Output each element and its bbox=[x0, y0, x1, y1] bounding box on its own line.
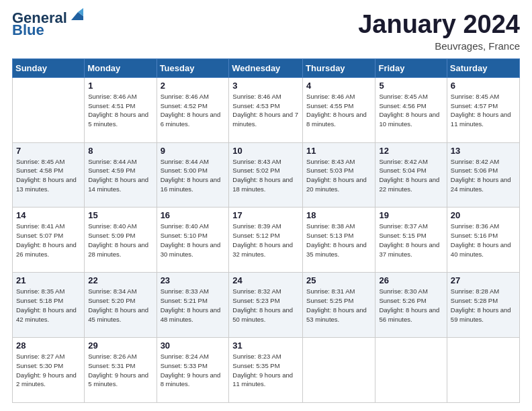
day-number: 3 bbox=[232, 81, 299, 91]
logo-blue: Blue bbox=[12, 23, 44, 38]
day-number: 28 bbox=[16, 340, 81, 351]
month-title: January 2024 bbox=[358, 11, 520, 39]
table-row: 1Sunrise: 8:46 AM Sunset: 4:51 PM Daylig… bbox=[85, 77, 157, 142]
table-row: 3Sunrise: 8:46 AM Sunset: 4:53 PM Daylig… bbox=[229, 77, 303, 142]
table-row: 16Sunrise: 8:40 AM Sunset: 5:10 PM Dayli… bbox=[157, 208, 229, 273]
day-number: 2 bbox=[161, 81, 226, 91]
day-number: 7 bbox=[16, 146, 81, 156]
header-saturday: Saturday bbox=[447, 58, 519, 77]
table-row: 5Sunrise: 8:45 AM Sunset: 4:56 PM Daylig… bbox=[375, 77, 447, 142]
day-info: Sunrise: 8:39 AM Sunset: 5:12 PM Dayligh… bbox=[232, 222, 299, 259]
day-number: 21 bbox=[16, 275, 81, 285]
day-info: Sunrise: 8:44 AM Sunset: 4:59 PM Dayligh… bbox=[88, 157, 152, 194]
day-info: Sunrise: 8:28 AM Sunset: 5:28 PM Dayligh… bbox=[451, 287, 516, 324]
day-info: Sunrise: 8:43 AM Sunset: 5:02 PM Dayligh… bbox=[232, 157, 299, 194]
day-info: Sunrise: 8:42 AM Sunset: 5:04 PM Dayligh… bbox=[379, 157, 443, 194]
table-row: 9Sunrise: 8:44 AM Sunset: 5:00 PM Daylig… bbox=[157, 142, 229, 208]
table-row: 10Sunrise: 8:43 AM Sunset: 5:02 PM Dayli… bbox=[229, 142, 303, 208]
day-info: Sunrise: 8:45 AM Sunset: 4:56 PM Dayligh… bbox=[379, 92, 443, 129]
day-info: Sunrise: 8:45 AM Sunset: 4:57 PM Dayligh… bbox=[451, 92, 516, 129]
day-number: 16 bbox=[161, 210, 226, 220]
day-number: 25 bbox=[306, 275, 371, 285]
table-row: 31Sunrise: 8:23 AM Sunset: 5:35 PM Dayli… bbox=[229, 338, 303, 403]
header-thursday: Thursday bbox=[303, 58, 375, 77]
day-number: 22 bbox=[88, 275, 152, 285]
header-sunday: Sunday bbox=[13, 58, 85, 77]
table-row bbox=[13, 77, 85, 142]
day-info: Sunrise: 8:33 AM Sunset: 5:21 PM Dayligh… bbox=[161, 287, 226, 324]
table-row: 22Sunrise: 8:34 AM Sunset: 5:20 PM Dayli… bbox=[85, 273, 157, 338]
day-number: 18 bbox=[306, 210, 371, 220]
day-number: 1 bbox=[88, 81, 152, 91]
calendar-table: Sunday Monday Tuesday Wednesday Thursday… bbox=[12, 58, 520, 403]
day-info: Sunrise: 8:40 AM Sunset: 5:09 PM Dayligh… bbox=[88, 222, 152, 259]
table-row: 11Sunrise: 8:43 AM Sunset: 5:03 PM Dayli… bbox=[303, 142, 375, 208]
table-row bbox=[447, 338, 519, 403]
table-row bbox=[375, 338, 447, 403]
day-number: 27 bbox=[451, 275, 516, 285]
day-number: 17 bbox=[232, 210, 299, 220]
day-info: Sunrise: 8:36 AM Sunset: 5:16 PM Dayligh… bbox=[451, 222, 516, 259]
table-row: 29Sunrise: 8:26 AM Sunset: 5:31 PM Dayli… bbox=[85, 338, 157, 403]
day-number: 4 bbox=[306, 81, 371, 91]
week-row-3: 14Sunrise: 8:41 AM Sunset: 5:07 PM Dayli… bbox=[13, 208, 520, 273]
day-number: 15 bbox=[88, 210, 152, 220]
day-info: Sunrise: 8:46 AM Sunset: 4:51 PM Dayligh… bbox=[88, 92, 152, 129]
day-number: 6 bbox=[451, 81, 516, 91]
day-number: 13 bbox=[451, 146, 516, 156]
table-row: 14Sunrise: 8:41 AM Sunset: 5:07 PM Dayli… bbox=[13, 208, 85, 273]
table-row: 15Sunrise: 8:40 AM Sunset: 5:09 PM Dayli… bbox=[85, 208, 157, 273]
week-row-2: 7Sunrise: 8:45 AM Sunset: 4:58 PM Daylig… bbox=[13, 142, 520, 208]
day-number: 31 bbox=[232, 340, 299, 351]
table-row: 27Sunrise: 8:28 AM Sunset: 5:28 PM Dayli… bbox=[447, 273, 519, 338]
day-number: 11 bbox=[306, 146, 371, 156]
day-number: 29 bbox=[88, 340, 152, 351]
day-number: 30 bbox=[161, 340, 226, 351]
table-row: 18Sunrise: 8:38 AM Sunset: 5:13 PM Dayli… bbox=[303, 208, 375, 273]
day-info: Sunrise: 8:45 AM Sunset: 4:58 PM Dayligh… bbox=[16, 157, 81, 194]
header-wednesday: Wednesday bbox=[229, 58, 303, 77]
day-number: 19 bbox=[379, 210, 443, 220]
day-info: Sunrise: 8:46 AM Sunset: 4:52 PM Dayligh… bbox=[161, 92, 226, 129]
day-number: 23 bbox=[161, 275, 226, 285]
day-info: Sunrise: 8:34 AM Sunset: 5:20 PM Dayligh… bbox=[88, 287, 152, 324]
day-info: Sunrise: 8:38 AM Sunset: 5:13 PM Dayligh… bbox=[306, 222, 371, 259]
day-number: 14 bbox=[16, 210, 81, 220]
table-row: 20Sunrise: 8:36 AM Sunset: 5:16 PM Dayli… bbox=[447, 208, 519, 273]
location: Beuvrages, France bbox=[358, 40, 520, 52]
table-row: 6Sunrise: 8:45 AM Sunset: 4:57 PM Daylig… bbox=[447, 77, 519, 142]
table-row: 26Sunrise: 8:30 AM Sunset: 5:26 PM Dayli… bbox=[375, 273, 447, 338]
day-info: Sunrise: 8:35 AM Sunset: 5:18 PM Dayligh… bbox=[16, 287, 81, 324]
day-info: Sunrise: 8:44 AM Sunset: 5:00 PM Dayligh… bbox=[161, 157, 226, 194]
day-info: Sunrise: 8:43 AM Sunset: 5:03 PM Dayligh… bbox=[306, 157, 371, 194]
day-number: 5 bbox=[379, 81, 443, 91]
logo: General Blue bbox=[12, 11, 83, 38]
week-row-5: 28Sunrise: 8:27 AM Sunset: 5:30 PM Dayli… bbox=[13, 338, 520, 403]
table-row: 30Sunrise: 8:24 AM Sunset: 5:33 PM Dayli… bbox=[157, 338, 229, 403]
day-number: 9 bbox=[161, 146, 226, 156]
page: General Blue January 2024 Beuvrages, Fra… bbox=[0, 0, 532, 411]
day-info: Sunrise: 8:46 AM Sunset: 4:53 PM Dayligh… bbox=[232, 92, 299, 129]
day-number: 8 bbox=[88, 146, 152, 156]
header-tuesday: Tuesday bbox=[157, 58, 229, 77]
week-row-1: 1Sunrise: 8:46 AM Sunset: 4:51 PM Daylig… bbox=[13, 77, 520, 142]
logo-icon bbox=[69, 8, 83, 23]
day-number: 24 bbox=[232, 275, 299, 285]
day-info: Sunrise: 8:26 AM Sunset: 5:31 PM Dayligh… bbox=[88, 352, 152, 389]
day-info: Sunrise: 8:40 AM Sunset: 5:10 PM Dayligh… bbox=[161, 222, 226, 259]
table-row: 25Sunrise: 8:31 AM Sunset: 5:25 PM Dayli… bbox=[303, 273, 375, 338]
day-number: 20 bbox=[451, 210, 516, 220]
day-info: Sunrise: 8:42 AM Sunset: 5:06 PM Dayligh… bbox=[451, 157, 516, 194]
day-info: Sunrise: 8:27 AM Sunset: 5:30 PM Dayligh… bbox=[16, 352, 81, 389]
table-row: 7Sunrise: 8:45 AM Sunset: 4:58 PM Daylig… bbox=[13, 142, 85, 208]
day-info: Sunrise: 8:30 AM Sunset: 5:26 PM Dayligh… bbox=[379, 287, 443, 324]
weekday-header-row: Sunday Monday Tuesday Wednesday Thursday… bbox=[13, 58, 520, 77]
day-info: Sunrise: 8:23 AM Sunset: 5:35 PM Dayligh… bbox=[232, 352, 299, 389]
table-row: 21Sunrise: 8:35 AM Sunset: 5:18 PM Dayli… bbox=[13, 273, 85, 338]
table-row: 12Sunrise: 8:42 AM Sunset: 5:04 PM Dayli… bbox=[375, 142, 447, 208]
table-row: 8Sunrise: 8:44 AM Sunset: 4:59 PM Daylig… bbox=[85, 142, 157, 208]
table-row: 19Sunrise: 8:37 AM Sunset: 5:15 PM Dayli… bbox=[375, 208, 447, 273]
table-row: 13Sunrise: 8:42 AM Sunset: 5:06 PM Dayli… bbox=[447, 142, 519, 208]
title-block: January 2024 Beuvrages, France bbox=[358, 11, 520, 52]
table-row: 17Sunrise: 8:39 AM Sunset: 5:12 PM Dayli… bbox=[229, 208, 303, 273]
